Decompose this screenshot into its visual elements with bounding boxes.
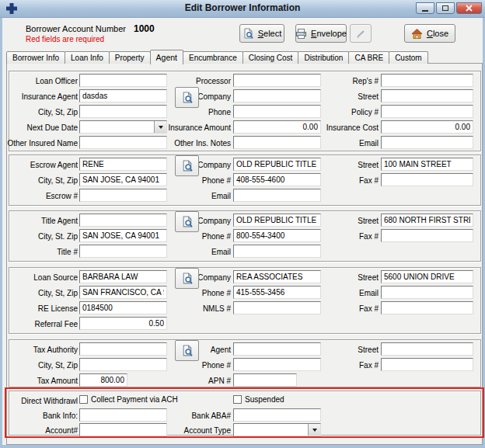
field-email[interactable]: [233, 189, 321, 202]
document-search-icon: [181, 273, 194, 285]
document-search-icon: [181, 216, 194, 228]
form-row: Next Due DateInsurance AmountInsurance C…: [9, 120, 480, 135]
field-label: Policy #: [274, 107, 379, 116]
minimize-button[interactable]: [416, 2, 434, 14]
field-label: Escrow #: [11, 191, 78, 200]
field-street[interactable]: [381, 270, 473, 283]
lookup-button[interactable]: [175, 268, 199, 289]
printer-icon: [295, 28, 307, 40]
field-account-type[interactable]: [234, 424, 308, 436]
field-label: APN #: [103, 376, 231, 385]
field-label: Fax #: [274, 175, 379, 185]
field-fax[interactable]: [381, 358, 473, 371]
close-icon: [466, 5, 473, 12]
document-search-icon: [181, 345, 194, 357]
tab-ca-bre[interactable]: CA BRE: [348, 51, 389, 64]
maximize-button[interactable]: [436, 2, 455, 14]
field-label: Insurance Cost: [274, 123, 379, 132]
tab-agent[interactable]: Agent: [150, 50, 183, 64]
tab-encumbrance[interactable]: Encumbrance: [183, 51, 243, 64]
form-row: RE LicenseNMLS #Fax #: [9, 300, 480, 316]
field-street[interactable]: [381, 342, 473, 356]
form-row: Other Insured NameOther Ins. NotesEmail: [9, 135, 480, 151]
form-row: Direct WithdrawlCollect Payment via ACHS…: [9, 393, 480, 408]
field-label: City, St, Zip: [11, 107, 78, 116]
field-label: Loan Source: [11, 273, 78, 282]
field-insurance-cost[interactable]: [381, 120, 473, 134]
field-email[interactable]: [233, 245, 321, 258]
combo-arrow-button[interactable]: [308, 424, 320, 436]
close-window-button[interactable]: [456, 2, 482, 14]
field-rep-s[interactable]: [381, 74, 473, 87]
field-label: Phone: [103, 107, 231, 116]
tab-closing-cost[interactable]: Closing Cost: [242, 51, 299, 64]
close-button[interactable]: Close: [404, 24, 455, 43]
field-policy[interactable]: [381, 105, 473, 118]
envelope-button[interactable]: Envelope: [295, 24, 347, 43]
field-street[interactable]: [381, 214, 473, 227]
field-street[interactable]: [381, 158, 473, 171]
field-label: Phone #: [103, 288, 231, 297]
form-row: City, St. ZipPhone #Fax #: [9, 228, 480, 244]
field-label: Tax Amount: [11, 376, 78, 385]
field-email[interactable]: [381, 286, 473, 299]
field-label: City, St, Zip: [11, 360, 78, 370]
field-label: City, St, Zip: [11, 175, 78, 185]
lookup-button[interactable]: [175, 87, 199, 108]
field-label: Phone #: [103, 231, 231, 241]
field-street[interactable]: [381, 89, 473, 102]
field-label: Phone #: [103, 360, 231, 370]
tab-borrower-info[interactable]: Borrower Info: [6, 51, 65, 64]
field-label: Account Type: [103, 425, 231, 435]
field-label: Street: [274, 273, 379, 282]
form-row: City, St, ZipPhonePolicy #: [9, 104, 480, 120]
tab-loan-info[interactable]: Loan Info: [65, 51, 110, 64]
lookup-button[interactable]: [175, 155, 199, 176]
field-label: City, St. Zip: [11, 231, 78, 241]
form-row: Escrow #Email: [9, 188, 480, 203]
field-bank-aba[interactable]: [233, 408, 321, 422]
form-row: Bank Info:Bank ABA#: [9, 408, 480, 422]
form-row: City, St, ZipPhone #Fax #: [9, 357, 480, 373]
home-icon: [411, 28, 423, 40]
tab-distribution[interactable]: Distribution: [298, 51, 349, 64]
field-label: Direct Withdrawl: [11, 396, 78, 405]
field-label: Agent: [103, 345, 231, 354]
form-row: Insurance AgentCompanyStreet: [9, 89, 480, 104]
field-fax[interactable]: [381, 301, 473, 314]
checkbox[interactable]: [233, 395, 242, 404]
field-apn[interactable]: [233, 373, 297, 387]
checkbox[interactable]: [79, 395, 88, 404]
tab-custom[interactable]: Custom: [389, 51, 427, 64]
escrow-section: Escrow AgentCompanyStreetCity, St, ZipPh…: [9, 155, 481, 206]
window-controls: [416, 2, 482, 14]
field-label: Other Ins. Notes: [103, 138, 231, 148]
minimize-icon: [422, 10, 428, 12]
title-section: Title AgentCompanyStreetCity, St. ZipPho…: [9, 210, 481, 262]
lookup-button[interactable]: [175, 211, 199, 232]
edit-button: [350, 24, 372, 43]
form-row: City, St, ZipPhone #Fax #: [9, 172, 480, 188]
select-button[interactable]: Select: [239, 24, 284, 43]
field-label: Email: [274, 138, 379, 148]
field-label: Company: [103, 216, 231, 225]
field-fax[interactable]: [381, 229, 473, 242]
tab-property[interactable]: Property: [109, 51, 151, 64]
field-fax[interactable]: [381, 173, 473, 186]
button-label: Close: [427, 29, 448, 38]
lookup-button[interactable]: [175, 340, 199, 361]
field-referral-fee[interactable]: [79, 317, 167, 330]
field-email[interactable]: [381, 136, 473, 149]
form-row: Tax AuthorityAgentStreet: [9, 342, 480, 357]
field-label: Bank Info:: [11, 411, 78, 420]
edit-borrower-window: Edit Borrower Information Borrower Accou…: [0, 0, 485, 448]
checkbox-label: Suspended: [245, 395, 284, 404]
field-label: Tax Authority: [11, 345, 78, 354]
field-label: Next Due Date: [11, 123, 78, 132]
field-label: Email: [103, 191, 231, 200]
window-title: Edit Borrower Information: [0, 2, 485, 13]
form-row: Tax AmountAPN #: [9, 373, 480, 388]
field-label: Company: [103, 160, 231, 169]
header-bar: Borrower Account Number1000 Red fields a…: [2, 18, 483, 47]
pencil-icon: [355, 28, 367, 40]
